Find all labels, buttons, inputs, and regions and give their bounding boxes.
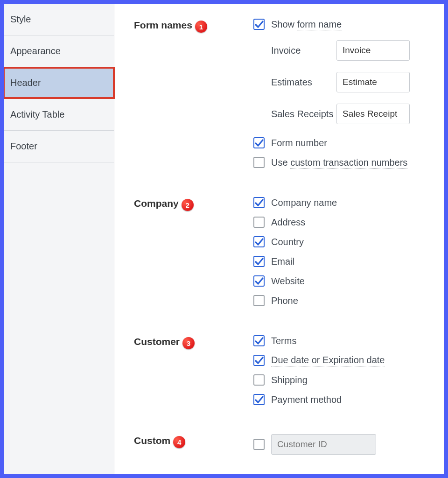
row-invoice-name: Invoice (253, 39, 444, 62)
sidebar-item-header[interactable]: Header (4, 67, 114, 99)
section-custom: Custom 4 (134, 433, 444, 456)
sidebar-item-label: Activity Table (10, 109, 64, 120)
checkbox-custom-field-1[interactable] (253, 439, 265, 450)
section-heading: Customer 3 (134, 334, 253, 348)
custom-options (253, 433, 444, 456)
sidebar-item-style[interactable]: Style (4, 4, 114, 35)
section-heading: Custom 4 (134, 433, 253, 447)
checkbox-email[interactable] (253, 256, 265, 267)
option-address: Address (253, 216, 444, 229)
option-label: Email (271, 256, 294, 267)
input-estimates-name[interactable] (336, 72, 410, 92)
option-phone: Phone (253, 294, 444, 307)
callout-badge-1: 1 (195, 21, 207, 33)
callout-badge-4: 4 (173, 436, 185, 448)
checkbox-website[interactable] (253, 275, 265, 287)
option-company-name: Company name (253, 196, 444, 209)
option-custom-field-1 (253, 433, 444, 456)
section-heading: Company 2 (134, 196, 253, 210)
option-show-form-name: Show form name (253, 18, 444, 31)
option-website: Website (253, 274, 444, 288)
layout: Style Appearance Header Activity Table F… (4, 4, 444, 474)
app-frame: Style Appearance Header Activity Table F… (0, 0, 448, 478)
sidebar-item-label: Header (10, 77, 41, 88)
input-custom-field-1[interactable] (271, 434, 376, 455)
checkbox-form-number[interactable] (253, 137, 265, 148)
option-label: Use custom transaction numbers (271, 157, 407, 168)
checkbox-due-date[interactable] (253, 355, 265, 366)
sidebar-item-activity-table[interactable]: Activity Table (4, 99, 114, 131)
check-icon (253, 197, 265, 208)
label-invoice: Invoice (271, 45, 336, 56)
main-panel: Form names 1 Show form name Invoice (114, 4, 444, 474)
section-customer: Customer 3 Terms Due date or Expiration … (134, 334, 444, 406)
check-icon (253, 236, 265, 247)
form-name-inputs: Invoice Estimates Sales Receipts (253, 39, 444, 125)
section-company: Company 2 Company name Address Country (134, 196, 444, 307)
checkbox-payment-method[interactable] (253, 394, 265, 405)
checkbox-address[interactable] (253, 217, 265, 228)
sidebar: Style Appearance Header Activity Table F… (4, 4, 114, 474)
option-label: Shipping (271, 375, 308, 386)
label-dotted: custom transaction numbers (290, 157, 407, 169)
checkbox-country[interactable] (253, 236, 265, 247)
option-email: Email (253, 255, 444, 268)
callout-badge-3: 3 (182, 337, 195, 349)
option-custom-transaction-numbers: Use custom transaction numbers (253, 156, 444, 169)
check-icon (253, 19, 265, 30)
option-form-number: Form number (253, 136, 444, 149)
option-label: Form number (271, 138, 327, 148)
sidebar-item-label: Footer (10, 141, 37, 151)
check-icon (253, 355, 265, 366)
form-names-options: Show form name Invoice Estimates Sales R… (253, 18, 444, 169)
check-icon (253, 137, 265, 148)
row-sales-receipts-name: Sales Receipts (253, 103, 444, 125)
input-sales-receipts-name[interactable] (336, 104, 410, 124)
option-label: Show form name (271, 19, 342, 30)
section-title: Company (134, 198, 179, 209)
row-estimates-name: Estimates (253, 71, 444, 93)
option-label: Country (271, 237, 304, 247)
option-label: Address (271, 217, 305, 228)
option-shipping: Shipping (253, 373, 444, 387)
checkbox-company-name[interactable] (253, 197, 265, 208)
sidebar-item-footer[interactable]: Footer (4, 131, 114, 162)
option-label: Due date or Expiration date (271, 355, 385, 366)
checkbox-phone[interactable] (253, 295, 265, 306)
sidebar-item-label: Style (10, 14, 31, 24)
section-title: Customer (134, 336, 180, 347)
option-due-date: Due date or Expiration date (253, 354, 444, 367)
check-icon (253, 256, 265, 267)
option-label: Company name (271, 197, 337, 208)
option-label: Payment method (271, 394, 342, 405)
option-label: Phone (271, 295, 298, 306)
sidebar-item-label: Appearance (10, 46, 61, 56)
input-invoice-name[interactable] (336, 40, 410, 61)
checkbox-show-form-name[interactable] (253, 19, 265, 30)
section-form-names: Form names 1 Show form name Invoice (134, 18, 444, 169)
label-pre: Show (271, 19, 297, 29)
check-icon (253, 275, 265, 287)
check-icon (253, 394, 265, 405)
option-label: Website (271, 276, 305, 287)
option-label: Terms (271, 336, 296, 346)
section-title: Form names (134, 20, 192, 31)
customer-options: Terms Due date or Expiration date Shippi… (253, 334, 444, 406)
label-pre: Use (271, 157, 290, 168)
label-sales-receipts: Sales Receipts (271, 109, 336, 120)
check-icon (253, 335, 265, 346)
section-title: Custom (134, 435, 170, 446)
option-terms: Terms (253, 334, 444, 347)
option-country: Country (253, 235, 444, 248)
label-estimates: Estimates (271, 77, 336, 88)
option-payment-method: Payment method (253, 393, 444, 406)
callout-badge-2: 2 (182, 199, 194, 211)
sidebar-item-appearance[interactable]: Appearance (4, 35, 114, 67)
company-options: Company name Address Country Email Websi… (253, 196, 444, 307)
label-dotted: form name (297, 19, 342, 30)
section-heading: Form names 1 (134, 18, 253, 32)
checkbox-custom-transaction-numbers[interactable] (253, 157, 265, 168)
checkbox-shipping[interactable] (253, 374, 265, 386)
checkbox-terms[interactable] (253, 335, 265, 346)
